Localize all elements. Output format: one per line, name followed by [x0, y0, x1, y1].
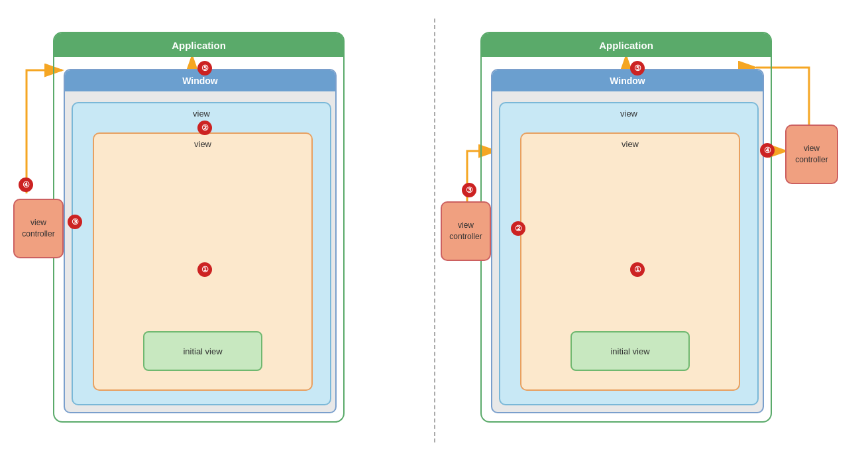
right-step1-badge: ①: [630, 262, 645, 277]
left-inner-view-label: view: [194, 139, 211, 149]
left-app-box: Application Window view view initial vie…: [53, 32, 345, 423]
right-window-box: Window view view initial view: [491, 69, 764, 413]
left-vc-box: viewcontroller: [13, 199, 64, 258]
left-inner-view-box: view initial view: [93, 132, 313, 391]
right-inner-view-label: view: [622, 139, 639, 149]
right-diagram: Application Window view view initial vie…: [441, 19, 851, 442]
left-step5-badge: ⑤: [197, 61, 212, 76]
left-step4-badge: ④: [19, 178, 33, 192]
left-app-label: Application: [54, 33, 343, 57]
left-window-box: Window view view initial view: [64, 69, 337, 413]
left-outer-view-box: view view initial view: [72, 102, 331, 405]
main-container: Application Window view view initial vie…: [0, 0, 868, 461]
right-initial-view-box: initial view: [570, 331, 690, 371]
left-initial-view-box: initial view: [143, 331, 262, 371]
left-step1-badge: ①: [197, 262, 212, 277]
right-step3-badge: ③: [462, 183, 476, 197]
left-diagram: Application Window view view initial vie…: [13, 19, 411, 442]
right-outer-view-label: view: [620, 109, 637, 119]
right-step4-badge: ④: [760, 143, 775, 158]
left-outer-view-label: view: [193, 109, 210, 119]
divider: [434, 19, 435, 442]
right-step5-badge: ⑤: [630, 61, 645, 76]
left-step2-badge: ②: [197, 121, 212, 135]
right-vc-right-box: viewcontroller: [785, 125, 838, 184]
right-inner-view-box: view initial view: [520, 132, 740, 391]
right-app-label: Application: [482, 33, 771, 57]
right-step2-badge: ②: [511, 221, 525, 236]
left-step3-badge: ③: [68, 215, 82, 229]
right-outer-view-box: view view initial view: [499, 102, 759, 405]
right-vc-left-box: viewcontroller: [441, 201, 491, 261]
right-window-label: Window: [492, 70, 763, 91]
